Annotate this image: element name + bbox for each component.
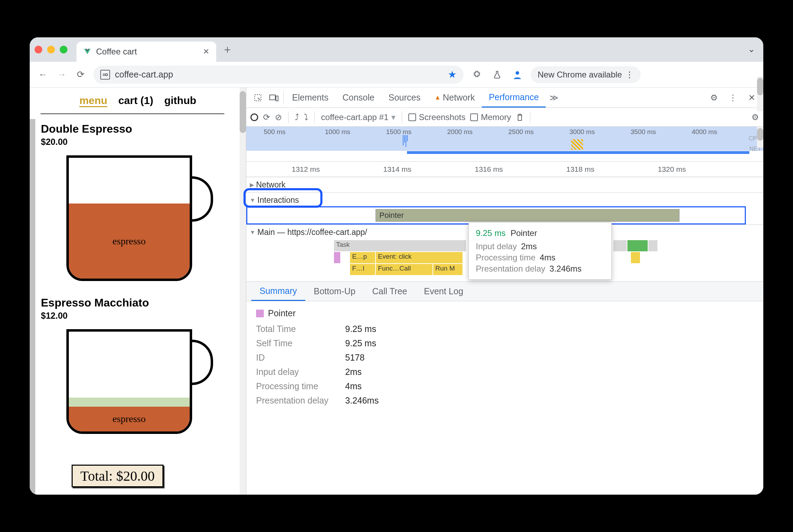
labs-icon[interactable] <box>490 68 504 82</box>
tabs-menu-icon[interactable]: ⌄ <box>748 44 755 54</box>
nav-cart[interactable]: cart (1) <box>118 95 153 106</box>
record-button[interactable] <box>250 113 258 121</box>
tracks-scrollbar[interactable] <box>757 127 763 148</box>
mug-graphic[interactable]: espresso <box>59 152 217 285</box>
profile-avatar[interactable] <box>510 68 524 82</box>
minimize-window[interactable] <box>47 46 55 53</box>
memory-checkbox[interactable]: Memory <box>470 112 511 122</box>
more-tabs-icon[interactable]: ≫ <box>546 90 562 106</box>
flame-ep[interactable]: E…p <box>350 252 376 264</box>
hatch-marker <box>571 139 583 150</box>
task-bar[interactable] <box>613 240 627 252</box>
yellow-bar[interactable] <box>631 252 640 264</box>
pink-bar[interactable] <box>334 252 341 264</box>
new-tab-button[interactable]: ＋ <box>222 42 233 57</box>
svg-rect-6 <box>276 96 278 101</box>
svg-rect-0 <box>103 74 105 74</box>
flame-chart[interactable]: Task E…p Event: click <box>246 240 763 282</box>
task-bar[interactable]: Task <box>334 240 466 252</box>
left-scrollbar-shadow <box>30 119 35 495</box>
product-price: $12.00 <box>41 311 235 321</box>
interactions-highlight <box>243 188 322 208</box>
details-tabs: Summary Bottom-Up Call Tree Event Log <box>246 282 763 301</box>
tab-call-tree[interactable]: Call Tree <box>364 282 415 301</box>
interactions-track[interactable]: ▼Interactions <box>246 192 763 208</box>
download-icon[interactable]: ⤵ <box>304 112 308 122</box>
upload-icon[interactable]: ⤴ <box>295 112 299 122</box>
kebab-icon[interactable]: ⋮ <box>725 90 741 106</box>
cart-total-badge[interactable]: Total: $20.00 <box>72 465 163 487</box>
viewport: menu cart (1) github Double Espresso $20… <box>30 88 763 495</box>
browser-window: Coffee cart ✕ ＋ ⌄ ← → ⟳ coffee-cart.app … <box>30 37 763 495</box>
back-button[interactable]: ← <box>37 68 49 81</box>
devtools-panel: Elements Console Sources Network Perform… <box>246 88 763 495</box>
clear-icon[interactable]: ⊘ <box>275 112 282 122</box>
summary-title: Pointer <box>256 308 754 318</box>
time-ruler[interactable]: 1312 ms1314 ms1316 ms1318 ms1320 ms <box>246 162 763 177</box>
fill-label: espresso <box>69 407 190 432</box>
titlebar: Coffee cart ✕ ＋ ⌄ <box>30 37 763 62</box>
product-price: $20.00 <box>41 137 235 147</box>
maximize-window[interactable] <box>60 46 67 53</box>
browser-tab[interactable]: Coffee cart ✕ <box>77 42 216 62</box>
browser-toolbar: ← → ⟳ coffee-cart.app ★ New Chrome avail… <box>30 62 763 88</box>
green-bar[interactable] <box>627 240 648 252</box>
flame-event-click[interactable]: Event: click <box>376 252 463 264</box>
flame-runm[interactable]: Run M <box>433 264 463 275</box>
product-name: Espresso Macchiato <box>41 296 235 309</box>
close-window[interactable] <box>35 46 42 53</box>
color-swatch <box>256 310 264 317</box>
svg-point-2 <box>106 74 108 76</box>
tab-summary[interactable]: Summary <box>251 282 305 301</box>
tab-console[interactable]: Console <box>335 88 381 108</box>
reload-button[interactable]: ⟳ <box>74 68 87 81</box>
tab-title: Coffee cart <box>96 47 137 57</box>
device-toggle-icon[interactable] <box>266 90 282 106</box>
address-bar[interactable]: coffee-cart.app ★ <box>93 66 464 84</box>
gc-icon[interactable] <box>516 113 524 121</box>
event-tooltip: 9.25 msPointer Input delay2ms Processing… <box>468 222 612 280</box>
cpu-spike <box>403 135 408 147</box>
extensions-icon[interactable] <box>470 68 484 82</box>
page-nav: menu cart (1) github <box>30 88 246 113</box>
tracks-area: ▶Network ▼Interactions Pointer ▼Main — h… <box>246 177 763 282</box>
pointer-event-bar[interactable]: Pointer <box>376 209 679 222</box>
settings-gear-icon[interactable]: ⚙ <box>706 90 722 106</box>
traffic-lights <box>35 46 67 53</box>
page-scrollbar[interactable] <box>240 88 246 495</box>
product-card: Double Espresso $20.00 espresso <box>30 114 246 288</box>
inspect-icon[interactable] <box>250 90 266 106</box>
tab-bottom-up[interactable]: Bottom-Up <box>305 282 364 301</box>
flame-fl[interactable]: F…l <box>350 264 376 275</box>
network-track[interactable]: ▶Network <box>246 177 763 192</box>
recording-selector[interactable]: coffee-cart.app #1 ▾ <box>321 112 395 122</box>
screenshots-checkbox[interactable]: Screenshots <box>408 112 465 122</box>
update-chip-label: New Chrome available <box>538 70 622 80</box>
update-chip[interactable]: New Chrome available ⋮ <box>531 66 641 83</box>
tab-sources[interactable]: Sources <box>381 88 428 108</box>
devtools-scrollbar[interactable] <box>757 88 763 111</box>
product-name: Double Espresso <box>41 123 235 135</box>
tab-close-icon[interactable]: ✕ <box>203 47 209 56</box>
overview-minimap[interactable]: 500 ms1000 ms1500 ms2000 ms2500 ms3000 m… <box>246 127 763 162</box>
nav-github[interactable]: github <box>164 95 196 106</box>
reload-record-icon[interactable]: ⟳ <box>263 112 270 122</box>
perf-toolbar: ⟳ ⊘ ⤴ ⤵ coffee-cart.app #1 ▾ Screenshots… <box>246 108 763 127</box>
tab-event-log[interactable]: Event Log <box>416 282 472 301</box>
overview-ticks: 500 ms1000 ms1500 ms2000 ms2500 ms3000 m… <box>246 127 763 136</box>
vue-icon <box>83 48 91 56</box>
forward-button[interactable]: → <box>56 68 68 81</box>
kebab-icon: ⋮ <box>625 70 634 80</box>
mug-graphic[interactable]: espresso <box>59 326 217 416</box>
nav-menu[interactable]: menu <box>79 95 107 107</box>
flame-funccall[interactable]: Func…Call <box>376 264 433 275</box>
tab-elements[interactable]: Elements <box>285 88 335 108</box>
svg-rect-5 <box>270 95 275 100</box>
tab-network[interactable]: Network <box>428 88 482 108</box>
task-bar[interactable] <box>648 240 658 252</box>
perf-settings-icon[interactable]: ⚙ <box>751 112 759 122</box>
bookmark-star-icon[interactable]: ★ <box>448 69 457 80</box>
summary-panel: Pointer Total Time9.25 ms Self Time9.25 … <box>246 301 763 417</box>
site-info-icon[interactable] <box>100 70 110 80</box>
tab-performance[interactable]: Performance <box>482 88 546 108</box>
